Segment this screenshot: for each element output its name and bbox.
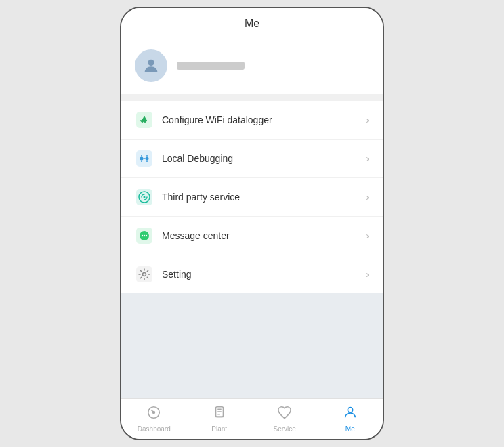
- chevron-icon-third: ›: [366, 192, 369, 203]
- section-gap-1: [121, 94, 383, 101]
- svg-point-15: [142, 235, 143, 236]
- menu-label-third-party: Third party service: [162, 192, 358, 203]
- tab-plant[interactable]: Plant: [187, 399, 253, 439]
- dashboard-tab-icon: [146, 405, 161, 423]
- avatar: [135, 49, 167, 82]
- profile-section: [121, 37, 383, 94]
- svg-point-4: [140, 157, 144, 161]
- tab-bar: Dashboard Plant Servic: [121, 398, 383, 439]
- menu-item-third-party[interactable]: Third party service ›: [121, 178, 383, 217]
- menu-label-configure-wifi: Configure WiFi datalogger: [162, 114, 358, 125]
- menu-item-configure-wifi[interactable]: Configure WiFi datalogger ›: [121, 101, 383, 140]
- local-debug-icon: [135, 149, 154, 168]
- page-header: Me: [121, 8, 383, 37]
- device-frame: Me: [120, 7, 384, 440]
- tab-me-label: Me: [345, 425, 355, 433]
- menu-item-setting[interactable]: Setting ›: [121, 255, 383, 293]
- third-party-icon: [135, 188, 154, 207]
- chevron-icon-wifi: ›: [366, 114, 369, 125]
- message-center-icon: [135, 226, 154, 245]
- tab-dashboard[interactable]: Dashboard: [121, 399, 187, 439]
- tab-me[interactable]: Me: [318, 399, 383, 439]
- tab-service[interactable]: Service: [252, 399, 318, 439]
- page-title: Me: [245, 18, 259, 29]
- menu-section: Configure WiFi datalogger ›: [121, 101, 383, 293]
- tab-service-label: Service: [274, 425, 296, 433]
- menu-item-message-center[interactable]: Message center ›: [121, 217, 383, 255]
- menu-label-local-debug: Local Debugging: [162, 153, 358, 164]
- user-icon: [142, 56, 161, 75]
- menu-label-setting: Setting: [162, 269, 358, 280]
- svg-point-16: [144, 235, 145, 236]
- svg-point-17: [146, 235, 147, 236]
- svg-point-21: [153, 412, 155, 414]
- svg-point-23: [348, 408, 352, 412]
- screen: Me: [121, 8, 383, 439]
- menu-item-local-debugging[interactable]: Local Debugging ›: [121, 140, 383, 178]
- menu-label-message: Message center: [162, 230, 358, 241]
- tab-dashboard-label: Dashboard: [138, 425, 171, 433]
- username-display: [177, 62, 245, 70]
- service-tab-icon: [277, 405, 292, 423]
- tab-plant-label: Plant: [211, 425, 227, 433]
- chevron-icon-debug: ›: [366, 153, 369, 164]
- svg-point-0: [148, 60, 154, 66]
- plant-tab-icon: [212, 405, 227, 423]
- bottom-area: [121, 293, 383, 398]
- setting-icon: [135, 265, 154, 284]
- svg-point-12: [144, 196, 146, 198]
- chevron-icon-message: ›: [366, 230, 369, 241]
- chevron-icon-setting: ›: [366, 269, 369, 280]
- svg-point-5: [146, 157, 149, 161]
- wifi-datalogger-icon: [135, 110, 154, 129]
- me-tab-icon: [343, 405, 358, 423]
